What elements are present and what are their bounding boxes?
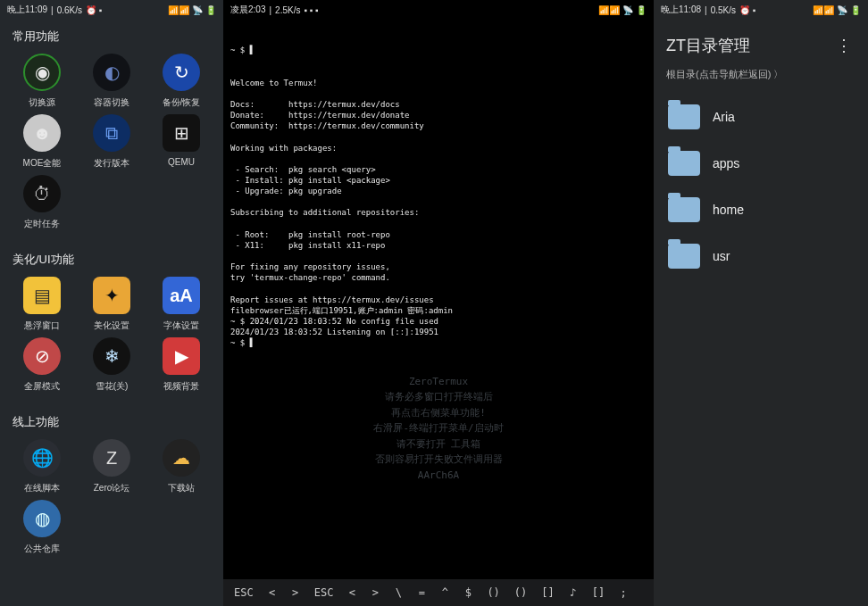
folder-item-home[interactable]: home: [661, 187, 861, 233]
folder-name: usr: [713, 249, 730, 263]
app-icon: ❄: [93, 337, 130, 375]
term-key[interactable]: ♪: [565, 585, 581, 601]
status-time: 晚上11:08: [661, 4, 701, 16]
status-divider: |: [705, 5, 707, 15]
app-item-雪花(关)[interactable]: ❄雪花(关): [79, 337, 145, 393]
app-icon: aA: [163, 277, 200, 314]
app-label: 公共仓库: [24, 543, 60, 555]
app-icon: ▶: [163, 337, 200, 375]
app-item-MOE全能[interactable]: ☻MOE全能: [9, 114, 75, 170]
app-label: 在线脚本: [24, 482, 60, 494]
app-label: 切换源: [29, 96, 55, 109]
status-right-icons: 📶📶 📡 🔋: [598, 5, 647, 15]
terminal-extra-keys: ESC<>ESC<>\=^$()()[]♪[];: [223, 579, 654, 606]
status-right-icons: 📶📶 📡 🔋: [813, 5, 861, 15]
app-label: 视频背景: [163, 380, 199, 393]
folder-item-apps[interactable]: apps: [661, 140, 861, 187]
app-label: 容器切换: [94, 96, 129, 109]
app-icon: ◐: [93, 54, 130, 91]
term-key[interactable]: ESC: [230, 585, 257, 601]
folder-item-usr[interactable]: usr: [661, 233, 861, 279]
app-icon: ◍: [23, 500, 61, 537]
term-key[interactable]: <: [344, 585, 360, 601]
overflow-menu-icon[interactable]: ⋮: [832, 32, 855, 59]
app-label: 备份/恢复: [163, 96, 201, 109]
app-icon: ⧉: [93, 114, 130, 152]
app-item-备份/恢复[interactable]: ↻备份/恢复: [148, 54, 214, 109]
app-item-下载站[interactable]: ☁下载站: [148, 439, 214, 494]
term-key[interactable]: >: [367, 585, 383, 601]
folder-name: home: [713, 203, 744, 217]
status-netspeed: 2.5K/s: [275, 5, 300, 15]
statusbar-right: 晚上11:08 | 0.5K/s ⏰ ▪ 📶📶 📡 🔋: [654, 0, 868, 20]
terminal-output[interactable]: ~ $ ▌ Welcome to Termux! Docs: https://t…: [223, 20, 654, 579]
app-icon: ✦: [93, 277, 130, 314]
status-indicators: ⏰ ▪: [86, 5, 102, 15]
app-icon: ⊞: [163, 114, 200, 152]
app-icon: ☻: [23, 114, 61, 152]
app-icon: ▤: [23, 277, 61, 314]
folder-name: Aria: [713, 110, 735, 124]
term-key[interactable]: (): [483, 585, 503, 601]
terminal-lines: Welcome to Termux! Docs: https://termux.…: [230, 78, 647, 349]
app-item-定时任务[interactable]: ⏱定时任务: [9, 175, 75, 230]
app-item-字体设置[interactable]: aA字体设置: [148, 277, 214, 332]
app-label: 定时任务: [24, 218, 60, 230]
app-label: Zero论坛: [94, 482, 130, 494]
term-key[interactable]: (): [511, 585, 530, 601]
folder-icon: [668, 151, 700, 176]
status-indicators: ⏰ ▪: [739, 5, 755, 15]
app-label: 发行版本: [94, 157, 129, 170]
app-item-发行版本[interactable]: ⧉发行版本: [79, 114, 145, 170]
app-item-全屏模式[interactable]: ⊘全屏模式: [9, 337, 75, 393]
app-icon: ↻: [163, 54, 200, 91]
folder-name: apps: [713, 156, 739, 170]
terminal-panel: 凌晨2:03 | 2.5K/s ▪ ▪ ▪ 📶📶 📡 🔋 ~ $ ▌ Welco…: [223, 0, 654, 606]
breadcrumb[interactable]: 根目录(点击导航栏返回) 〉: [654, 64, 868, 90]
folder-icon: [668, 197, 700, 222]
folder-item-Aria[interactable]: Aria: [661, 94, 861, 140]
app-label: 下载站: [168, 482, 195, 494]
app-icon: ☁: [163, 439, 200, 477]
app-label: 字体设置: [163, 320, 199, 332]
app-item-Zero论坛[interactable]: ZZero论坛: [79, 439, 145, 494]
app-item-切换源[interactable]: ◉切换源: [9, 54, 75, 109]
term-key[interactable]: >: [288, 585, 304, 601]
app-item-公共仓库[interactable]: ◍公共仓库: [9, 500, 75, 555]
app-item-QEMU[interactable]: ⊞QEMU: [148, 114, 214, 170]
app-icon: ◉: [23, 54, 61, 91]
status-time: 晚上11:09: [7, 4, 47, 16]
term-key[interactable]: =: [413, 585, 430, 601]
app-icon: 🌐: [23, 439, 61, 477]
app-label: 雪花(关): [96, 380, 129, 393]
section-title: 美化/UI功能: [0, 243, 223, 273]
term-key[interactable]: ^: [437, 585, 453, 601]
section-title: 常用功能: [0, 20, 223, 50]
app-item-容器切换[interactable]: ◐容器切换: [79, 54, 145, 109]
app-label: 美化设置: [94, 320, 129, 332]
term-key[interactable]: ESC: [311, 585, 338, 601]
app-label: QEMU: [168, 157, 195, 167]
app-item-在线脚本[interactable]: 🌐在线脚本: [9, 439, 75, 494]
folder-icon: [668, 244, 700, 269]
app-label: MOE全能: [23, 157, 62, 170]
term-key[interactable]: ;: [615, 585, 631, 601]
filemanager-panel: 晚上11:08 | 0.5K/s ⏰ ▪ 📶📶 📡 🔋 ZT目录管理 ⋮ 根目录…: [654, 0, 868, 606]
term-key[interactable]: $: [460, 585, 476, 601]
status-divider: |: [269, 5, 271, 15]
app-item-悬浮窗口[interactable]: ▤悬浮窗口: [9, 277, 75, 332]
statusbar-left: 晚上11:09 | 0.6K/s ⏰ ▪ 📶📶 📡 🔋: [0, 0, 223, 20]
term-key[interactable]: []: [588, 585, 608, 601]
status-netspeed: 0.6K/s: [57, 5, 82, 15]
app-icon: ⊘: [23, 337, 61, 375]
icon-grid: ▤悬浮窗口✦美化设置aA字体设置⊘全屏模式❄雪花(关)▶视频背景: [0, 273, 223, 405]
term-key[interactable]: \: [390, 585, 406, 601]
status-indicators: ▪ ▪ ▪: [304, 5, 318, 15]
icon-grid: 🌐在线脚本ZZero论坛☁下载站◍公共仓库: [0, 436, 223, 568]
app-item-视频背景[interactable]: ▶视频背景: [148, 337, 214, 393]
term-key[interactable]: <: [264, 585, 280, 601]
app-item-美化设置[interactable]: ✦美化设置: [79, 277, 145, 332]
term-key[interactable]: []: [538, 585, 557, 601]
status-netspeed: 0.5K/s: [711, 5, 736, 15]
status-divider: |: [51, 5, 54, 15]
